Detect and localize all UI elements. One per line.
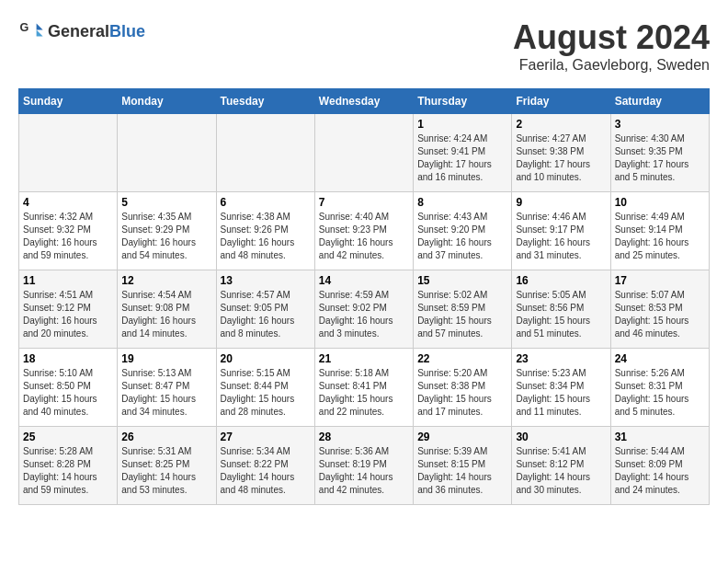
header-saturday: Saturday (610, 89, 709, 114)
day-number: 29 (417, 431, 507, 443)
day-info: Sunrise: 5:39 AM Sunset: 8:15 PM Dayligh… (417, 445, 507, 497)
day-info: Sunrise: 4:59 AM Sunset: 9:02 PM Dayligh… (319, 289, 409, 340)
day-info: Sunrise: 4:49 AM Sunset: 9:14 PM Dayligh… (615, 211, 705, 262)
logo-blue: Blue (109, 22, 145, 40)
day-number: 3 (615, 118, 705, 131)
header-friday: Friday (512, 89, 610, 114)
table-row: 19Sunrise: 5:13 AM Sunset: 8:47 PM Dayli… (118, 349, 216, 427)
table-row: 13Sunrise: 4:57 AM Sunset: 9:05 PM Dayli… (216, 270, 314, 349)
day-info: Sunrise: 5:07 AM Sunset: 8:53 PM Dayligh… (615, 289, 705, 340)
day-number: 7 (319, 196, 409, 209)
day-number: 2 (516, 118, 606, 131)
day-info: Sunrise: 4:57 AM Sunset: 9:05 PM Dayligh… (221, 289, 311, 340)
day-number: 5 (121, 196, 211, 209)
day-info: Sunrise: 5:10 AM Sunset: 8:50 PM Dayligh… (23, 367, 113, 419)
day-number: 8 (417, 196, 507, 209)
table-row: 3Sunrise: 4:30 AM Sunset: 9:35 PM Daylig… (610, 114, 709, 192)
day-number: 20 (221, 352, 311, 365)
page-header: G GeneralBlue August 2024 Faerila, Gaevl… (18, 18, 710, 74)
day-number: 13 (221, 274, 311, 287)
table-row: 18Sunrise: 5:10 AM Sunset: 8:50 PM Dayli… (19, 349, 118, 427)
day-info: Sunrise: 4:40 AM Sunset: 9:23 PM Dayligh… (319, 211, 409, 262)
logo: G GeneralBlue (18, 18, 145, 44)
day-info: Sunrise: 5:20 AM Sunset: 8:38 PM Dayligh… (417, 367, 507, 419)
table-row: 6Sunrise: 4:38 AM Sunset: 9:26 PM Daylig… (216, 192, 314, 270)
day-number: 11 (23, 274, 113, 287)
table-row: 31Sunrise: 5:44 AM Sunset: 8:09 PM Dayli… (610, 427, 709, 505)
day-info: Sunrise: 5:34 AM Sunset: 8:22 PM Dayligh… (221, 445, 311, 497)
table-row: 26Sunrise: 5:31 AM Sunset: 8:25 PM Dayli… (118, 427, 216, 505)
day-info: Sunrise: 4:27 AM Sunset: 9:38 PM Dayligh… (516, 132, 606, 184)
day-info: Sunrise: 5:23 AM Sunset: 8:34 PM Dayligh… (516, 367, 606, 419)
day-number: 24 (615, 352, 705, 365)
header-tuesday: Tuesday (216, 89, 314, 114)
table-row (19, 114, 118, 192)
day-number: 10 (615, 196, 705, 209)
table-row: 22Sunrise: 5:20 AM Sunset: 8:38 PM Dayli… (414, 349, 512, 427)
day-info: Sunrise: 5:44 AM Sunset: 8:09 PM Dayligh… (615, 445, 705, 497)
svg-text:G: G (19, 21, 28, 34)
table-row: 30Sunrise: 5:41 AM Sunset: 8:12 PM Dayli… (512, 427, 610, 505)
table-row: 10Sunrise: 4:49 AM Sunset: 9:14 PM Dayli… (610, 192, 709, 270)
day-info: Sunrise: 5:26 AM Sunset: 8:31 PM Dayligh… (615, 367, 705, 419)
logo-icon: G (18, 18, 44, 44)
calendar-body: 1Sunrise: 4:24 AM Sunset: 9:41 PM Daylig… (19, 114, 710, 505)
day-info: Sunrise: 5:18 AM Sunset: 8:41 PM Dayligh… (319, 367, 409, 419)
table-row: 5Sunrise: 4:35 AM Sunset: 9:29 PM Daylig… (118, 192, 216, 270)
calendar-week-3: 18Sunrise: 5:10 AM Sunset: 8:50 PM Dayli… (19, 349, 710, 427)
table-row (118, 114, 216, 192)
table-row: 4Sunrise: 4:32 AM Sunset: 9:32 PM Daylig… (19, 192, 118, 270)
table-row (314, 114, 413, 192)
day-number: 23 (516, 352, 606, 365)
calendar-table: Sunday Monday Tuesday Wednesday Thursday… (18, 88, 710, 505)
day-info: Sunrise: 4:46 AM Sunset: 9:17 PM Dayligh… (516, 211, 606, 262)
table-row: 2Sunrise: 4:27 AM Sunset: 9:38 PM Daylig… (512, 114, 610, 192)
day-info: Sunrise: 4:43 AM Sunset: 9:20 PM Dayligh… (417, 211, 507, 262)
calendar-week-2: 11Sunrise: 4:51 AM Sunset: 9:12 PM Dayli… (19, 270, 710, 349)
calendar-header: Sunday Monday Tuesday Wednesday Thursday… (19, 89, 710, 114)
table-row: 21Sunrise: 5:18 AM Sunset: 8:41 PM Dayli… (314, 349, 413, 427)
table-row: 8Sunrise: 4:43 AM Sunset: 9:20 PM Daylig… (414, 192, 512, 270)
day-number: 12 (121, 274, 211, 287)
day-info: Sunrise: 4:35 AM Sunset: 9:29 PM Dayligh… (121, 211, 211, 262)
table-row: 1Sunrise: 4:24 AM Sunset: 9:41 PM Daylig… (414, 114, 512, 192)
day-info: Sunrise: 5:41 AM Sunset: 8:12 PM Dayligh… (516, 445, 606, 497)
day-number: 15 (417, 274, 507, 287)
day-number: 1 (417, 118, 507, 131)
day-info: Sunrise: 4:54 AM Sunset: 9:08 PM Dayligh… (121, 289, 211, 340)
day-number: 27 (221, 431, 311, 443)
table-row: 7Sunrise: 4:40 AM Sunset: 9:23 PM Daylig… (314, 192, 413, 270)
day-number: 17 (615, 274, 705, 287)
table-row: 16Sunrise: 5:05 AM Sunset: 8:56 PM Dayli… (512, 270, 610, 349)
day-number: 4 (23, 196, 113, 209)
day-number: 28 (319, 431, 409, 443)
month-year: August 2024 (513, 18, 710, 57)
header-thursday: Thursday (414, 89, 512, 114)
day-info: Sunrise: 4:24 AM Sunset: 9:41 PM Dayligh… (417, 132, 507, 184)
day-number: 16 (516, 274, 606, 287)
table-row: 11Sunrise: 4:51 AM Sunset: 9:12 PM Dayli… (19, 270, 118, 349)
table-row (216, 114, 314, 192)
table-row: 27Sunrise: 5:34 AM Sunset: 8:22 PM Dayli… (216, 427, 314, 505)
day-info: Sunrise: 5:28 AM Sunset: 8:28 PM Dayligh… (23, 445, 113, 497)
day-number: 19 (121, 352, 211, 365)
day-number: 31 (615, 431, 705, 443)
day-number: 25 (23, 431, 113, 443)
title-block: August 2024 Faerila, Gaevleborg, Sweden (513, 18, 710, 74)
table-row: 15Sunrise: 5:02 AM Sunset: 8:59 PM Dayli… (414, 270, 512, 349)
table-row: 20Sunrise: 5:15 AM Sunset: 8:44 PM Dayli… (216, 349, 314, 427)
day-info: Sunrise: 5:31 AM Sunset: 8:25 PM Dayligh… (121, 445, 211, 497)
table-row: 25Sunrise: 5:28 AM Sunset: 8:28 PM Dayli… (19, 427, 118, 505)
header-sunday: Sunday (19, 89, 118, 114)
day-number: 9 (516, 196, 606, 209)
table-row: 28Sunrise: 5:36 AM Sunset: 8:19 PM Dayli… (314, 427, 413, 505)
logo-general: General (48, 22, 109, 40)
calendar-week-4: 25Sunrise: 5:28 AM Sunset: 8:28 PM Dayli… (19, 427, 710, 505)
table-row: 24Sunrise: 5:26 AM Sunset: 8:31 PM Dayli… (610, 349, 709, 427)
table-row: 29Sunrise: 5:39 AM Sunset: 8:15 PM Dayli… (414, 427, 512, 505)
day-info: Sunrise: 5:36 AM Sunset: 8:19 PM Dayligh… (319, 445, 409, 497)
day-info: Sunrise: 4:30 AM Sunset: 9:35 PM Dayligh… (615, 132, 705, 184)
day-number: 21 (319, 352, 409, 365)
day-number: 30 (516, 431, 606, 443)
day-number: 26 (121, 431, 211, 443)
